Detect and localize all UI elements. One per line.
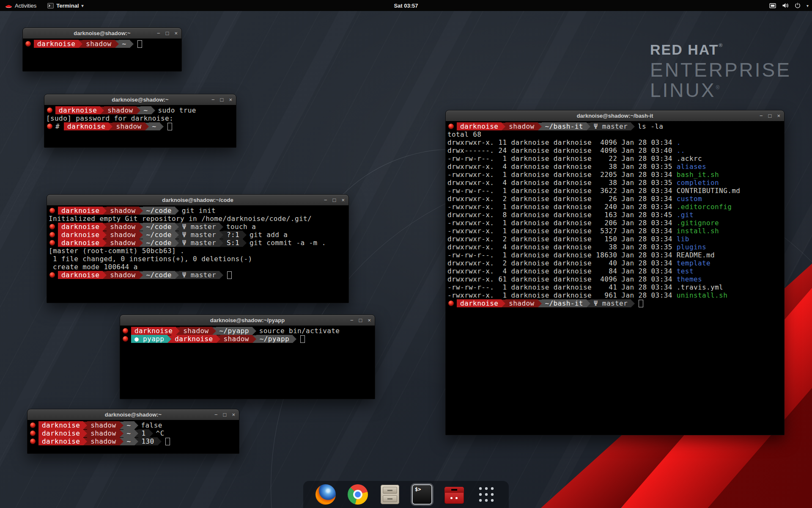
window-titlebar[interactable]: darknoise@shadow:~/code − □ × <box>47 195 348 206</box>
terminal-text: Initialized empty Git repository in /hom… <box>49 215 312 223</box>
minimize-button[interactable]: − <box>760 110 763 121</box>
window-title: darknoise@shadow:~/pyapp <box>120 315 375 326</box>
close-button[interactable]: × <box>341 195 345 205</box>
terminal-text: uninstall.sh <box>677 291 727 299</box>
maximize-button[interactable]: □ <box>166 28 169 39</box>
prompt-segment-venv: ● pyapp <box>131 335 167 343</box>
terminal-window-sudo: darknoise@shadow:~ − □ × darknoiseshadow… <box>44 94 236 148</box>
window-titlebar[interactable]: darknoise@shadow:~/pyapp − □ × <box>120 315 375 326</box>
close-button[interactable]: × <box>174 28 178 39</box>
distro-prompt-icon <box>448 124 454 129</box>
minimize-button[interactable]: − <box>214 409 218 420</box>
terminal-cursor <box>639 300 643 307</box>
prompt-segment-user: darknoise <box>38 437 83 445</box>
prompt-segment-user: darknoise <box>131 327 176 335</box>
terminal-line: -rwxrwxr-x. 1 darknoise darknoise 240 Ja… <box>447 203 784 211</box>
powerline-arrow <box>120 430 123 437</box>
window-titlebar[interactable]: darknoise@shadow:~ − □ × <box>44 94 236 105</box>
terminal-line: darknoiseshadow~false <box>29 421 239 429</box>
activities-button[interactable]: Activities <box>3 0 38 11</box>
display-icon[interactable] <box>769 3 776 8</box>
powerline-arrow <box>587 300 590 307</box>
powerline-arrow <box>212 327 216 335</box>
prompt-segment-git: Ψ master <box>590 122 631 130</box>
redhat-icon <box>5 3 12 8</box>
dock-icon-toolbox[interactable] <box>443 483 466 506</box>
terminal-text: source bin/activate <box>259 327 340 335</box>
prompt-segment-path: ~ <box>123 437 134 445</box>
terminal-content[interactable]: darknoiseshadow~/codegit initInitialized… <box>47 205 348 303</box>
terminal-line: drwxrwxr-x. 2 darknoise darknoise 150 Ja… <box>447 235 784 243</box>
terminal-text: drwxrwxr-x. 2 darknoise darknoise 26 Jan… <box>447 195 677 203</box>
terminal-text: [sudo] password for darknoise: <box>46 114 178 122</box>
toolbox-icon <box>444 487 464 504</box>
terminal-text: .ackrc <box>677 155 702 163</box>
prompt-segment-path: ~ <box>119 40 130 48</box>
maximize-button[interactable]: □ <box>768 110 772 121</box>
terminal-text: bash_it.sh <box>677 171 719 179</box>
window-titlebar[interactable]: darknoise@shadow:~ − □ × <box>23 28 181 39</box>
maximize-button[interactable]: □ <box>333 195 336 205</box>
terminal-text: README.md <box>677 251 715 259</box>
terminal-app-icon: $> <box>413 485 431 504</box>
dock-icon-app-grid[interactable] <box>475 483 498 506</box>
terminal-text: ls -la <box>638 122 663 130</box>
terminal-content[interactable]: darknoiseshadow~/bash-itΨ masterls -lato… <box>446 121 784 435</box>
app-menu-terminal[interactable]: Terminal ▾ <box>46 0 85 11</box>
close-button[interactable]: × <box>777 110 780 121</box>
window-titlebar[interactable]: darknoise@shadow:~ − □ × <box>27 409 239 420</box>
powerline-arrow <box>103 231 107 239</box>
maximize-button[interactable]: □ <box>220 94 224 105</box>
terminal-line: darknoiseshadow~1^C <box>29 429 239 437</box>
close-button[interactable]: × <box>232 409 235 420</box>
terminal-window-pyapp: darknoise@shadow:~/pyapp − □ × darknoise… <box>120 315 375 399</box>
prompt-segment-user: darknoise <box>58 239 103 247</box>
maximize-button[interactable]: □ <box>359 315 362 326</box>
terminal-text: test <box>677 267 694 275</box>
prompt-segment-user: darknoise <box>38 421 83 429</box>
minimize-button[interactable]: − <box>350 315 354 326</box>
terminal-content[interactable]: darknoiseshadow~ <box>23 39 181 71</box>
terminal-content[interactable]: darknoiseshadow~sudo true[sudo] password… <box>44 105 236 147</box>
minimize-button[interactable]: − <box>157 28 160 39</box>
terminal-text: drwxrwxr-x. 2 darknoise darknoise 150 Ja… <box>447 235 677 243</box>
prompt-segment-user: darknoise <box>457 122 502 130</box>
distro-prompt-icon <box>49 232 55 237</box>
prompt-segment-host: shadow <box>220 335 252 343</box>
terminal-content[interactable]: darknoiseshadow~/pyappsource bin/activat… <box>120 326 375 399</box>
dock-icon-terminal[interactable]: $> <box>411 483 433 506</box>
clock[interactable]: Sat 03:57 <box>394 3 418 9</box>
powerline-arrow <box>83 438 87 445</box>
prompt-segment-path: ~/code <box>143 223 175 231</box>
terminal-text: -rw-rw-r--. 1 darknoise darknoise 3622 J… <box>447 187 677 195</box>
dock-icon-chrome[interactable] <box>346 483 369 506</box>
close-button[interactable]: × <box>229 94 232 105</box>
prompt-segment-user: darknoise <box>55 106 100 114</box>
minimize-button[interactable]: − <box>211 94 215 105</box>
powerline-arrow <box>175 223 179 231</box>
dock-icon-file-cabinet[interactable] <box>379 483 401 506</box>
close-button[interactable]: × <box>368 315 371 326</box>
prompt-segment-user: darknoise <box>58 223 103 231</box>
terminal-text: git add a <box>250 231 288 239</box>
rhel-logo-line1: RED HAT® <box>650 42 791 57</box>
dock-icon-firefox[interactable] <box>314 483 337 506</box>
powerline-arrow <box>293 335 296 343</box>
prompt-segment-user: darknoise <box>58 271 103 279</box>
terminal-text: plugins <box>677 243 706 251</box>
terminal-line: darknoiseshadow~/codeΨ masterS:1git comm… <box>49 239 348 247</box>
powerline-arrow <box>538 300 542 307</box>
power-icon[interactable] <box>795 3 801 8</box>
prompt-segment-git: Ψ master <box>179 239 219 247</box>
terminal-line: darknoiseshadow~/bash-itΨ masterls -la <box>447 122 784 130</box>
minimize-button[interactable]: − <box>324 195 327 205</box>
volume-icon[interactable] <box>782 3 789 8</box>
terminal-line: [sudo] password for darknoise: <box>46 114 236 122</box>
terminal-text: [master (root-commit) 50bcb63] . <box>49 247 184 255</box>
maximize-button[interactable]: □ <box>223 409 227 420</box>
terminal-text: # <box>55 122 64 130</box>
distro-prompt-icon <box>49 224 55 229</box>
terminal-content[interactable]: darknoiseshadow~falsedarknoiseshadow~1^C… <box>27 420 239 453</box>
window-titlebar[interactable]: darknoise@shadow:~/bash-it − □ × <box>446 110 784 121</box>
prompt-segment-path: ~/bash-it <box>542 122 587 130</box>
